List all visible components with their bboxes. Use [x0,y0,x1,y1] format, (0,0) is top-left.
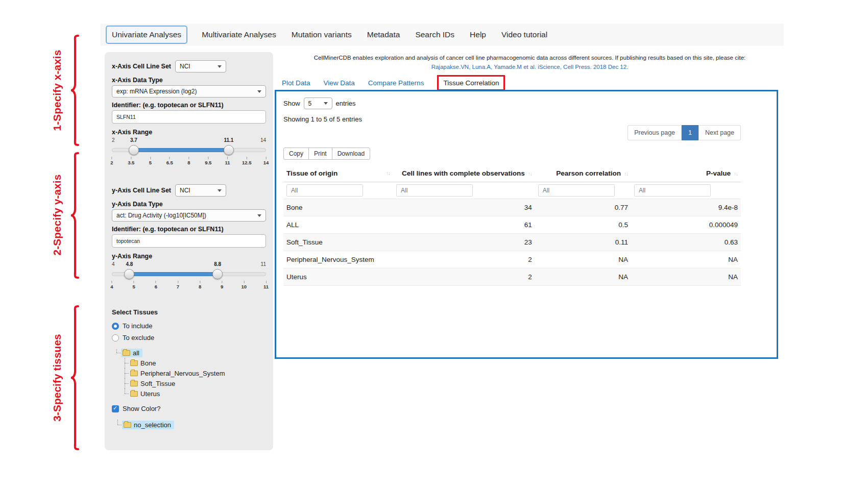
cell-p-value: NA [631,269,741,286]
show-label: Show [283,100,300,107]
cell-count: 34 [393,199,535,216]
x-range-to: 11.1 [224,137,233,143]
tab-tissue-correlation[interactable]: Tissue Correlation [437,75,505,91]
selection-tree: no_selection [114,420,266,430]
y-cell-line-set-label: y-Axis Cell Line Set [112,187,171,194]
tab-compare-patterns[interactable]: Compare Patterns [368,79,424,87]
table-row[interactable]: ALL 61 0.5 0.000049 [283,216,741,234]
entries-per-page-value: 5 [308,100,312,107]
tab-search-ids[interactable]: Search IDs [414,26,455,43]
col-header-p-value[interactable]: P-value [631,165,741,182]
slider-fill [134,148,229,152]
cell-tissue: Soft_Tissue [283,234,393,251]
col-header-tissue-of-origin[interactable]: Tissue of origin [283,165,393,182]
tab-mutation-variants[interactable]: Mutation variants [291,26,353,43]
tree-item-bone[interactable]: Bone [121,358,266,368]
tree-label: Soft_Tissue [140,380,175,387]
x-data-type-select[interactable]: exp: mRNA Expression (log2) [112,85,266,97]
folder-icon [130,391,138,397]
tab-metadata[interactable]: Metadata [366,26,401,43]
table-row[interactable]: Peripheral_Nervous_System 2 NA NA [283,251,741,269]
tree-connector [121,358,129,368]
radio-selected-icon [112,323,119,330]
tree-connector [121,368,129,378]
y-data-type-select[interactable]: act: Drug Activity (-log10[IC50M]) [112,209,266,222]
tree-item-no-selection[interactable]: no_selection [114,420,266,430]
y-cell-line-set-select[interactable]: NCI [175,184,226,197]
table-row[interactable]: Soft_Tissue 23 0.11 0.63 [283,234,741,251]
tree-connector [121,388,129,399]
radio-unselected-icon [112,334,119,341]
table-row[interactable]: Uterus 2 NA NA [283,269,741,286]
x-range-max: 14 [260,137,266,143]
tab-help[interactable]: Help [469,26,487,43]
y-data-type-value: act: Drug Activity (-log10[IC50M]) [116,212,206,219]
x-range-from: 3.7 [130,137,137,143]
y-range-handle-left[interactable] [124,269,134,279]
exclude-label: To exclude [123,334,154,341]
annotation-specify-tissues: 3-Specify tissues [51,316,63,439]
previous-page-button[interactable]: Previous page [628,125,682,140]
entries-per-page-select[interactable]: 5 [304,97,332,109]
print-button[interactable]: Print [308,148,332,160]
y-range-min: 4 [112,261,115,267]
copy-button[interactable]: Copy [283,148,309,160]
tab-multivariate-analyses[interactable]: Multivariate Analyses [201,26,277,43]
tree-label-all: all [133,349,139,357]
chevron-down-icon [257,90,261,93]
filter-tissue-input[interactable] [286,184,363,197]
tab-view-data[interactable]: View Data [324,79,355,87]
tree-connector [113,348,121,358]
x-range-handle-left[interactable] [129,145,139,155]
chevron-down-icon [324,102,328,105]
cell-tissue: Bone [283,199,393,216]
col-header-cell-lines[interactable]: Cell lines with complete observations [393,165,535,182]
next-page-button[interactable]: Next page [698,125,741,140]
cell-p-value: 0.63 [631,234,741,251]
page-1-button[interactable]: 1 [682,125,698,140]
tree-label-no-selection: no_selection [134,421,171,429]
cell-pearson: NA [535,251,631,269]
site-description: CellMinerCDB enables exploration and ana… [283,55,776,61]
tree-item-soft-tissue[interactable]: Soft_Tissue [121,378,266,388]
folder-icon [130,371,138,376]
y-identifier-input[interactable] [112,234,266,248]
show-color-label: Show Color? [123,405,160,412]
y-data-type-label: y-Axis Data Type [112,201,266,208]
tree-label: Peripheral_Nervous_System [140,370,225,377]
filter-pearson-input[interactable] [538,184,615,197]
filter-p-value-input[interactable] [634,184,711,197]
filter-cell-lines-input[interactable] [396,184,473,197]
y-range-handle-right[interactable] [212,269,223,279]
annotation-specify-y-axis: 2-Specify y-axis [51,154,63,276]
x-range-handle-right[interactable] [224,145,234,155]
download-button[interactable]: Download [332,148,370,160]
y-range-slider[interactable]: 4 4.8 8.8 11 4 5 6 7 8 9 10 11 [112,261,266,295]
tab-video-tutorial[interactable]: Video tutorial [500,26,548,43]
x-range-slider[interactable]: 2 3.7 11.1 14 2 3.5 5 6.5 8 9.5 11 12.5 … [112,137,266,171]
tree-label: Uterus [140,390,160,398]
cell-pearson: 0.77 [535,199,631,216]
tree-connector [114,420,122,430]
entries-label: entries [336,100,356,107]
tree-item-uterus[interactable]: Uterus [121,388,266,399]
tab-univariate-analyses[interactable]: Univariate Analyses [106,26,187,44]
folder-icon [130,381,138,386]
show-color-checkbox[interactable]: Show Color? [112,405,266,412]
exclude-radio[interactable]: To exclude [112,332,266,344]
tab-plot-data[interactable]: Plot Data [282,79,310,87]
tree-item-all[interactable]: all [113,348,266,358]
tree-item-peripheral-nervous-system[interactable]: Peripheral_Nervous_System [121,368,266,378]
cell-pearson: NA [535,269,631,286]
cell-pearson: 0.11 [535,234,631,251]
citation-link[interactable]: Rajapakse.VN, Luna.A, Yamade.M et al. iS… [283,64,776,70]
y-identifier-label: Identifier: (e.g. topotecan or SLFN11) [112,226,266,233]
include-label: To include [123,322,153,330]
x-cell-line-set-select[interactable]: NCI [175,60,226,72]
table-row[interactable]: Bone 34 0.77 9.4e-8 [283,199,741,216]
col-header-pearson-correlation[interactable]: Pearson correlation [535,165,631,182]
x-identifier-input[interactable] [112,110,266,124]
include-radio[interactable]: To include [112,320,266,332]
cell-p-value: 0.000049 [631,216,741,234]
x-cell-line-set-value: NCI [180,63,190,70]
